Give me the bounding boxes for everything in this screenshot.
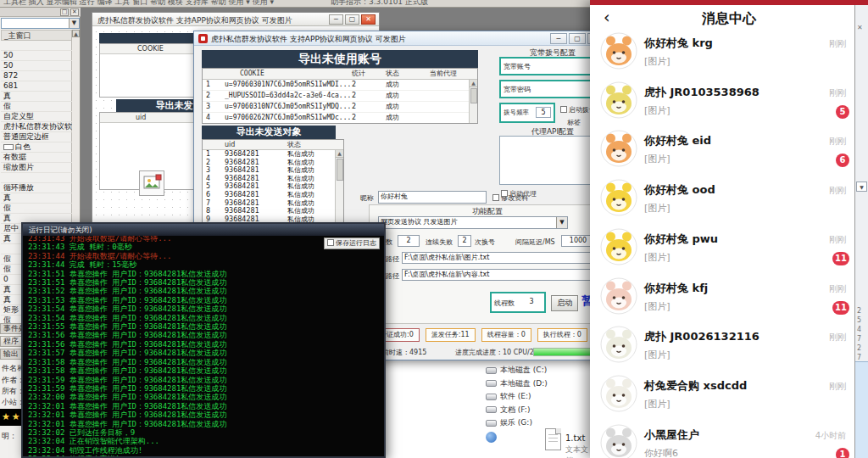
property-row[interactable]: 真 <box>1 92 72 102</box>
property-value: 白色 <box>15 142 31 151</box>
maximize-icon[interactable]: ▢ <box>569 33 586 44</box>
start-button[interactable]: 启动 <box>551 295 578 311</box>
message-item[interactable]: 虎扑 JR0103538968[图片]刚刚5 <box>590 80 868 128</box>
menu-items[interactable]: 工具栏 插入 显示编辑 运行 编译 工具 窗口 帮助 模块 支持库 帮助 使用 … <box>3 0 274 8</box>
uid-row[interactable]: 393684281私信成功 <box>203 166 343 175</box>
cookie-table[interactable]: COOKIE 统计 状态 当前代理 1u=97060301N7C6Jm05omR… <box>202 68 478 124</box>
uid-row[interactable]: 593684281私信成功 <box>203 182 343 191</box>
message-item[interactable]: 你好村兔 pwu[图片]刚刚11 <box>590 226 868 275</box>
property-row[interactable]: 缩放图片 <box>1 163 72 173</box>
chevron-down-icon[interactable]: ▼ <box>556 217 567 228</box>
property-row[interactable]: 50 <box>1 61 72 71</box>
cookie-row[interactable]: 2_HUPUSSOID=63dd4a2c-a3e6-4ca...2成功 <box>203 91 477 102</box>
cookie-table-scrollbar[interactable]: ▲ <box>469 80 477 124</box>
uid-row[interactable]: 893684281私信成功 <box>203 207 343 215</box>
content-path-input[interactable]: F:\桌面\虎扑私信新\内容.txt <box>402 269 600 281</box>
image-placeholder[interactable] <box>139 170 164 196</box>
scroll-up-icon[interactable]: ▲ <box>72 30 80 37</box>
property-row[interactable]: 自定义型 <box>1 112 72 122</box>
cookie-row[interactable]: 3u=97060310N7C6Jm05omRS1IyMDQ...2成功 <box>203 102 477 113</box>
text-file-icon[interactable] <box>545 428 561 450</box>
drive-label: 本地磁盘 (C:) <box>500 366 547 374</box>
property-row[interactable]: 真 <box>1 193 72 204</box>
checkbox-icon[interactable] <box>327 239 334 246</box>
property-row[interactable]: 50 <box>1 51 72 61</box>
drive-item[interactable]: 本地磁盘 (C:) <box>486 364 587 377</box>
close-icon[interactable]: ✕ <box>361 14 376 25</box>
property-row[interactable]: 虎扑私信群发协议软件 支持 <box>1 122 72 132</box>
property-row[interactable]: 681 <box>1 81 72 92</box>
property-row[interactable]: 有数据 <box>1 153 72 163</box>
scrollbar-thumb[interactable] <box>337 159 343 181</box>
property-row[interactable]: 循环播放 <box>1 183 72 193</box>
cookie-row[interactable]: 1u=97060301N7C6Jm05omRS1IwMDI...2成功 <box>203 80 477 91</box>
scroll-up-icon[interactable]: ▲ <box>470 80 477 87</box>
scroll-up-icon[interactable]: ▲ <box>336 150 343 158</box>
property-row[interactable]: 白色 <box>1 142 72 153</box>
property-row[interactable]: 普通固定边框 <box>1 132 72 142</box>
column-cookie: COOKIE <box>225 69 352 79</box>
chevron-down-icon[interactable]: ▼ <box>69 19 79 28</box>
drive-item[interactable]: 娱乐 (G:) <box>486 416 587 429</box>
object-select-dropdown[interactable]: ▼ <box>1 18 80 29</box>
property-row[interactable]: 假 <box>1 102 72 112</box>
property-row[interactable]: 872 <box>1 71 72 81</box>
message-item[interactable]: 虎扑 JR0026132116[图片]刚刚 <box>590 324 868 372</box>
drive-item[interactable]: 文档 (F:) <box>486 404 587 416</box>
message-item[interactable]: 小黑屋住户你好啊64小时前1 <box>590 422 868 458</box>
broadband-account-input[interactable]: 宽带账号 <box>499 57 603 75</box>
message-item[interactable]: 你好村兔 eid[图片]刚刚6 <box>590 128 868 176</box>
dial-frequency-value[interactable]: 5 <box>536 107 551 118</box>
uid-row[interactable]: 293684281私信成功 <box>203 159 343 167</box>
property-row[interactable] <box>1 41 72 51</box>
drive-item[interactable]: 本地磁盘 (D:) <box>486 377 587 390</box>
checkbox-icon[interactable] <box>492 194 499 201</box>
cookie-row[interactable]: 4u=97060262N7C6Jm05omRS1IwMDc...2成功 <box>203 113 477 124</box>
property-grid-header[interactable]: _主窗口 <box>1 30 72 41</box>
image-path-input[interactable]: F:\桌面\虎扑私信新\图片.txt <box>402 252 600 264</box>
panel-restore-icon[interactable]: □ <box>60 8 69 16</box>
message-item[interactable]: 村兔爱合购 xsdcdd[图片]刚刚 <box>590 373 868 422</box>
run-log-titlebar[interactable]: 运行日记(请勿关闭) <box>23 224 384 236</box>
close-icon[interactable]: ✕ <box>857 24 863 31</box>
message-item[interactable]: 你好村兔 kfj[图片]刚刚11 <box>590 276 868 324</box>
property-value: 真 <box>3 285 11 293</box>
log-output[interactable]: 23:31:43 开始读取数据/请耐心等待...23:31:43 完成 耗时：0… <box>28 234 382 456</box>
nickname-input[interactable]: 你好村兔 <box>378 191 487 204</box>
message-item[interactable]: 你好村兔 krg[图片]刚刚 <box>590 31 868 79</box>
start-proxy-checkbox[interactable]: 启动代理 <box>501 189 537 198</box>
chevron-down-icon[interactable]: ▼ <box>856 182 867 192</box>
uid-row[interactable]: 193684281私信成功 <box>203 150 343 159</box>
property-row[interactable]: 假 <box>1 204 72 214</box>
uid-row[interactable]: 793684281私信成功 <box>203 199 343 208</box>
thread-count-input[interactable]: 线程数 3 <box>490 292 546 313</box>
app-window-titlebar[interactable]: 虎扑私信群发协议软件 支持APP协议和网页协议 可发图片 ─ ▢ ✕ <box>194 31 608 46</box>
minimize-icon[interactable]: ─ <box>550 33 567 44</box>
maximize-icon[interactable]: ▢ <box>345 14 359 25</box>
property-row[interactable] <box>1 173 72 183</box>
protocol-dropdown[interactable]: 网页发送协议 只发送图片 ▼ <box>378 216 568 229</box>
drive-item[interactable]: 软件 (E:) <box>486 390 587 403</box>
dial-frequency-input[interactable]: 拨号频率 5 <box>499 103 555 123</box>
unread-badge: 1 <box>836 448 849 458</box>
broadband-password-input[interactable]: 宽带密码 <box>499 80 603 98</box>
save-log-checkbox[interactable]: 保存运行日志 <box>324 237 380 249</box>
message-item[interactable]: 你好村兔 ood[图片]刚刚 <box>590 177 868 226</box>
panel-close-icon[interactable]: ✕ <box>70 8 79 16</box>
fail-count-input[interactable]: 2 <box>458 235 471 247</box>
checkbox-icon[interactable] <box>501 190 508 197</box>
file-name[interactable]: 1.txt <box>565 433 585 443</box>
thread-count-value[interactable]: 3 <box>522 297 541 308</box>
checkbox-icon[interactable] <box>560 106 567 113</box>
proxy-api-textarea[interactable] <box>499 136 603 185</box>
uid-row[interactable]: 693684281私信成功 <box>203 191 343 199</box>
message-sender-name: 你好村兔 kfj <box>644 281 708 296</box>
drive-label: 本地磁盘 (D:) <box>500 379 548 388</box>
design-window-titlebar[interactable]: 虎扑私信群发协议软件 支持APP协议和网页协议 可发图片 ─ ▢ ✕ <box>92 13 379 26</box>
send-count-input[interactable]: 2 <box>398 235 420 247</box>
uid-row[interactable]: 493684281私信成功 <box>203 175 343 183</box>
scrollbar-thumb[interactable] <box>470 88 477 103</box>
minimize-icon[interactable]: ─ <box>329 14 343 25</box>
column-proxy: 当前代理 <box>430 69 477 79</box>
network-icon[interactable] <box>486 432 497 443</box>
